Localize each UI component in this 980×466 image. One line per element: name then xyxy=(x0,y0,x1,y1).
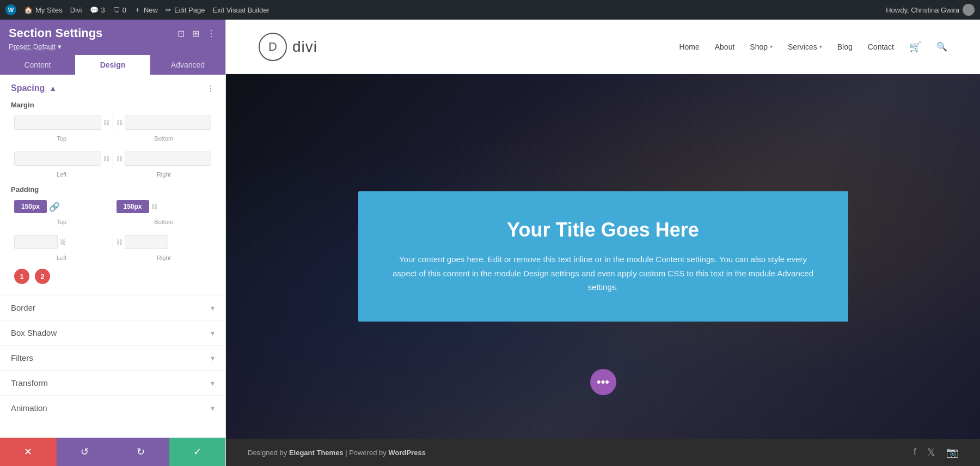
padding-right-group: ⛓ xyxy=(113,233,215,251)
padding-right-link-icon[interactable]: ⛓ xyxy=(117,239,122,245)
cancel-button[interactable]: ✕ xyxy=(0,438,57,466)
bubble-item[interactable]: 🗨 0 xyxy=(113,6,126,14)
exit-builder-item[interactable]: Exit Visual Builder xyxy=(212,6,270,14)
spacing-more-icon[interactable]: ⋮ xyxy=(207,84,215,93)
panel-preset[interactable]: Preset: Default ▾ xyxy=(9,43,217,51)
instagram-icon[interactable]: 📷 xyxy=(946,446,958,458)
padding-lr-grid: ⛓ ⛓ xyxy=(11,233,215,251)
wordpress-icon: W xyxy=(5,4,16,15)
box-shadow-label: Box Shadow xyxy=(11,328,57,337)
margin-right-link-icon[interactable]: ⛓ xyxy=(117,155,122,162)
save-button[interactable]: ✓ xyxy=(169,438,226,466)
margin-right-input[interactable] xyxy=(125,152,212,166)
box-shadow-section[interactable]: Box Shadow ▾ xyxy=(0,320,225,345)
redo-button[interactable]: ↻ xyxy=(113,438,169,466)
animation-section[interactable]: Animation ▾ xyxy=(0,395,225,420)
main-layout: Section Settings ⊡ ⊞ ⋮ Preset: Default ▾… xyxy=(0,20,980,466)
nav-shop[interactable]: Shop ▾ xyxy=(750,43,773,51)
margin-bottom-link-icon[interactable]: ⛓ xyxy=(117,119,122,126)
margin-bottom-label: Bottom xyxy=(113,134,215,143)
tab-content[interactable]: Content xyxy=(0,55,75,75)
padding-chain-icon[interactable]: 🔗 xyxy=(49,202,60,212)
facebook-icon[interactable]: f xyxy=(914,446,916,458)
filters-section[interactable]: Filters ▾ xyxy=(0,345,225,370)
divi-item[interactable]: Divi xyxy=(70,6,82,14)
comment-count: 3 xyxy=(101,6,105,14)
padding-top-label: Top xyxy=(11,217,113,226)
nav-home[interactable]: Home xyxy=(679,43,699,51)
padding-left-link-icon[interactable]: ⛓ xyxy=(60,239,66,245)
footer-left: Designed by Elegant Themes | Powered by … xyxy=(248,449,426,457)
tab-advanced[interactable]: Advanced xyxy=(150,55,225,75)
hero-text: Your content goes here. Edit or remove t… xyxy=(391,252,816,294)
search-icon[interactable]: 🔍 xyxy=(936,41,947,52)
padding-left-group: ⛓ xyxy=(11,233,113,251)
site-nav: Home About Shop ▾ Services ▾ Blog Contac… xyxy=(679,41,947,53)
footer-elegant-themes: Elegant Themes xyxy=(289,449,344,457)
redo-icon: ↻ xyxy=(137,446,145,458)
padding-bottom-link-icon[interactable]: ⛓ xyxy=(151,203,157,210)
nav-contact[interactable]: Contact xyxy=(868,43,894,51)
transform-chevron-icon: ▾ xyxy=(211,379,215,388)
margin-left-input[interactable] xyxy=(14,152,101,166)
margin-lr-grid: ⛓ ⛓ xyxy=(11,149,215,168)
logo-circle: D xyxy=(259,33,287,61)
logo-letter: D xyxy=(268,40,277,54)
margin-left-link-icon[interactable]: ⛓ xyxy=(103,155,109,162)
margin-top-link-icon[interactable]: ⛓ xyxy=(103,119,109,126)
admin-bar-left: W 🏠 My Sites Divi 💬 3 🗨 0 ＋ New ✏ Edit P… xyxy=(5,4,886,15)
undo-icon: ↺ xyxy=(81,446,89,458)
nav-about[interactable]: About xyxy=(715,43,735,51)
margin-top-group: ⛓ xyxy=(11,113,113,132)
spacing-section: Spacing ▲ ⋮ Margin ⛓ xyxy=(0,75,225,295)
padding-top-btn[interactable]: 150px xyxy=(14,200,47,213)
edit-page-item[interactable]: ✏ Edit Page xyxy=(166,6,205,14)
comment-item[interactable]: 💬 3 xyxy=(90,6,105,14)
padding-lr-labels-row: Left Right xyxy=(11,253,215,262)
spacing-title: Spacing xyxy=(11,83,45,93)
margin-labels-row: Top Bottom xyxy=(11,134,215,143)
padding-bottom-group: 150px ⛓ xyxy=(113,198,215,215)
plus-icon: ＋ xyxy=(134,5,141,15)
preset-label: Preset: Default xyxy=(9,43,56,51)
panel-header-icons: ⊡ ⊞ ⋮ xyxy=(176,27,217,40)
spacing-expand-icon[interactable]: ▲ xyxy=(49,84,57,93)
margin-bottom-input[interactable] xyxy=(125,116,212,130)
hero-section: Your Title Goes Here Your content goes h… xyxy=(226,74,980,439)
padding-bottom-btn[interactable]: 150px xyxy=(117,200,149,213)
site-header: D divi Home About Shop ▾ Services ▾ Blog… xyxy=(226,20,980,74)
margin-left-group: ⛓ xyxy=(11,149,113,168)
undo-button[interactable]: ↺ xyxy=(57,438,113,466)
padding-left-input[interactable] xyxy=(14,235,58,249)
columns-icon[interactable]: ⊞ xyxy=(191,27,200,40)
twitter-icon[interactable]: 𝕏 xyxy=(927,446,935,458)
margin-bottom-group: ⛓ xyxy=(113,113,215,132)
padding-tb-labels-row: Top Bottom xyxy=(11,217,215,226)
fab-button[interactable]: ••• xyxy=(590,369,616,395)
expand-icon[interactable]: ⊡ xyxy=(176,27,186,40)
my-sites-item[interactable]: 🏠 My Sites xyxy=(24,6,63,14)
panel-content: Spacing ▲ ⋮ Margin ⛓ xyxy=(0,75,225,438)
border-section[interactable]: Border ▾ xyxy=(0,295,225,320)
padding-right-input[interactable] xyxy=(125,235,168,249)
nav-services[interactable]: Services ▾ xyxy=(788,43,822,51)
exit-builder-label: Exit Visual Builder xyxy=(212,6,270,14)
margin-label: Margin xyxy=(11,101,215,109)
new-item[interactable]: ＋ New xyxy=(134,5,158,15)
transform-label: Transform xyxy=(11,378,48,388)
step-badges: 1 2 xyxy=(11,269,215,284)
dots-menu-icon[interactable]: ⋮ xyxy=(206,27,217,40)
margin-top-input[interactable] xyxy=(14,116,101,130)
edit-page-label: Edit Page xyxy=(174,6,205,14)
box-shadow-chevron-icon: ▾ xyxy=(211,329,215,337)
cart-icon[interactable]: 🛒 xyxy=(909,41,921,53)
tab-design[interactable]: Design xyxy=(75,55,150,75)
transform-section[interactable]: Transform ▾ xyxy=(0,370,225,395)
logo-text: divi xyxy=(292,38,317,56)
hero-title: Your Title Goes Here xyxy=(391,219,816,241)
admin-bar: W 🏠 My Sites Divi 💬 3 🗨 0 ＋ New ✏ Edit P… xyxy=(0,0,980,20)
nav-blog[interactable]: Blog xyxy=(837,43,853,51)
hero-content-box: Your Title Goes Here Your content goes h… xyxy=(358,191,848,322)
wp-logo[interactable]: W xyxy=(5,4,16,15)
my-sites-label: My Sites xyxy=(35,6,63,14)
